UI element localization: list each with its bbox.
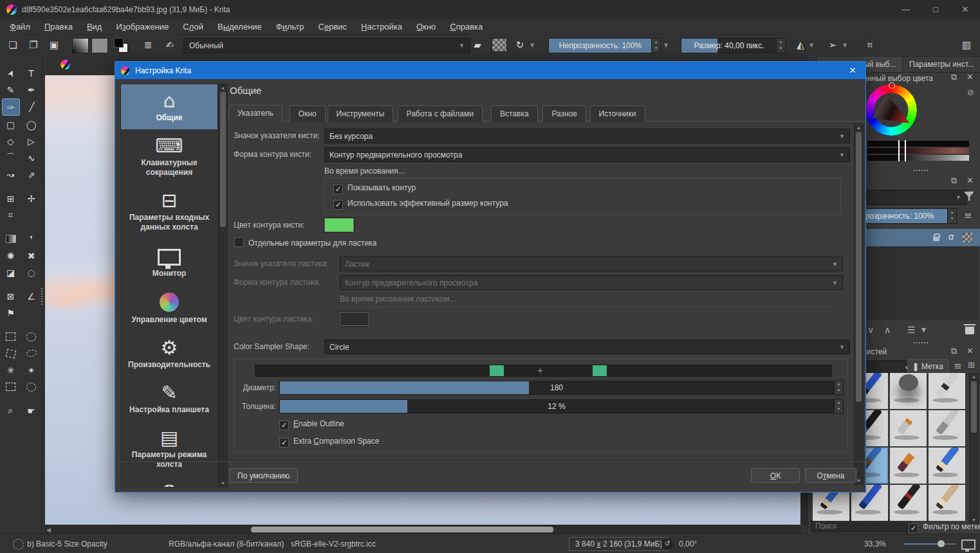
- document-tab-icon[interactable]: [60, 60, 70, 69]
- polygon-tool[interactable]: ◇: [3, 133, 19, 149]
- sidebar-item-настройка[interactable]: ✎Настройка планшета: [121, 376, 217, 421]
- menu-item-0[interactable]: Файл: [3, 20, 37, 34]
- choose-workspace-icon[interactable]: ▥: [959, 37, 974, 53]
- tab-источники[interactable]: Источники: [590, 105, 645, 122]
- float-docker-icon[interactable]: ⧉: [951, 72, 957, 82]
- tab-вставка[interactable]: Вставка: [491, 105, 538, 122]
- blending-mode-combo[interactable]: Обычный ▼: [183, 38, 470, 53]
- polyline-tool[interactable]: ▷: [23, 133, 40, 149]
- pattern-swatch[interactable]: [91, 38, 108, 53]
- multibrush-tool[interactable]: ⇗: [23, 167, 40, 183]
- image-dimensions[interactable]: 3 840 x 2 160 (31,9 МиБ): [569, 537, 669, 551]
- brush-preset-item[interactable]: [929, 410, 965, 446]
- menu-item-3[interactable]: Изображение: [109, 20, 176, 34]
- delete-layer-icon[interactable]: [965, 327, 974, 334]
- new-document-icon[interactable]: ❏: [5, 37, 21, 53]
- float-docker-icon[interactable]: ⧉: [951, 346, 957, 356]
- zoom-tool[interactable]: ⌕: [3, 403, 19, 419]
- display-mode-icon[interactable]: ⊞: [968, 360, 975, 370]
- calligraphy-tool[interactable]: ✒: [23, 82, 40, 98]
- menu-item-7[interactable]: Сервис: [311, 20, 355, 34]
- measure-tool[interactable]: ∠: [23, 288, 40, 304]
- brush-preset-item[interactable]: [890, 448, 927, 484]
- tab-инструменты[interactable]: Инструменты: [328, 105, 394, 122]
- cursor-color-swatch[interactable]: [324, 218, 354, 232]
- docker-tab-tool-options[interactable]: Параметры инст...: [902, 56, 980, 73]
- docker-drag-handle[interactable]: [914, 170, 928, 171]
- color-bar-red[interactable]: [867, 148, 969, 154]
- chevron-down-icon[interactable]: ▼: [921, 327, 926, 333]
- brush-preset-item[interactable]: [929, 485, 965, 521]
- mirror-horizontal-icon[interactable]: ◭: [793, 37, 808, 53]
- magic-wand-tool[interactable]: ✳: [3, 362, 19, 378]
- menu-item-8[interactable]: Настройка: [354, 20, 409, 34]
- rect-select-tool[interactable]: [3, 329, 19, 345]
- reference-images-tool[interactable]: ⚑: [3, 305, 19, 321]
- move-layer-up-icon[interactable]: ∧: [884, 325, 891, 335]
- canvas-horizontal-scrollbar[interactable]: ◀: [45, 525, 800, 534]
- cursor-icon-combo[interactable]: Без курсора▼: [324, 129, 850, 143]
- tab-указатель[interactable]: Указатель: [228, 105, 282, 122]
- cancel-button[interactable]: Отмена: [805, 468, 856, 483]
- opacity-spinner[interactable]: ▲▼: [651, 38, 661, 53]
- open-document-icon[interactable]: ❐: [26, 37, 41, 53]
- freehand-select-tool[interactable]: [23, 345, 40, 361]
- colorize-mask-tool[interactable]: ✺: [3, 248, 19, 264]
- dialog-close-icon[interactable]: ✕: [840, 66, 865, 75]
- docker-drag-handle[interactable]: [914, 342, 928, 343]
- outline-shape-combo[interactable]: Контур предварительного просмотра▼: [324, 147, 850, 162]
- sidebar-item-клавиатурные[interactable]: ⌨Клавиатурные сокращения: [121, 129, 217, 184]
- sidebar-item-монитор[interactable]: Монитор: [121, 239, 217, 285]
- bezier-select-tool[interactable]: [3, 379, 19, 395]
- crop-icon[interactable]: ⌗: [862, 37, 878, 53]
- similar-select-tool[interactable]: ✴: [23, 362, 40, 378]
- smart-patch-tool[interactable]: ✖: [23, 248, 40, 264]
- sidebar-item-общие[interactable]: ⌂Общие: [121, 84, 217, 129]
- ellipse-select-tool[interactable]: [23, 329, 40, 345]
- dynamic-brush-tool[interactable]: ↝: [3, 167, 19, 183]
- sampler-marker[interactable]: [490, 365, 504, 376]
- close-button[interactable]: ✕: [950, 0, 980, 19]
- enclose-fill-tool[interactable]: ◌: [23, 264, 40, 280]
- zoom-slider[interactable]: [904, 543, 956, 545]
- sidebar-item-управление[interactable]: Управление цветом: [121, 285, 217, 331]
- eraser-mode-icon[interactable]: ▰: [470, 37, 485, 53]
- fit-screen-icon[interactable]: [961, 539, 975, 550]
- sidebar-item-всплывающая[interactable]: ❂Всплывающая палитра: [121, 476, 217, 487]
- brush-preset-item[interactable]: [929, 448, 965, 484]
- alpha-icon[interactable]: α: [948, 231, 954, 242]
- sampler-shape-combo[interactable]: Circle▼: [324, 340, 850, 354]
- scrollbar-thumb[interactable]: [251, 527, 553, 532]
- line-tool[interactable]: ╱: [24, 98, 41, 114]
- chevron-down-icon[interactable]: ▼: [530, 42, 534, 48]
- close-docker-icon[interactable]: ✕: [966, 176, 974, 185]
- effective-size-checkbox[interactable]: ✓Использовать эффективный размер контура: [333, 199, 508, 210]
- maximize-button[interactable]: □: [921, 0, 950, 19]
- assistants-tool[interactable]: ⊠: [3, 288, 19, 304]
- color-bar-gray[interactable]: [867, 155, 969, 161]
- layer-menu-icon[interactable]: ≡: [964, 210, 972, 221]
- scroll-left-icon[interactable]: ◀: [46, 526, 51, 534]
- lock-icon[interactable]: [933, 237, 939, 241]
- menu-item-5[interactable]: Выделение: [210, 20, 269, 34]
- fill-tool[interactable]: ◪: [3, 264, 19, 280]
- menu-item-1[interactable]: Правка: [37, 20, 80, 34]
- tab-окно[interactable]: Окно: [290, 105, 326, 122]
- sidebar-scrollbar[interactable]: ▲▼: [218, 84, 228, 487]
- bar-marker[interactable]: [898, 140, 906, 147]
- bar-marker[interactable]: [898, 154, 906, 161]
- extra-comparison-checkbox[interactable]: ✓Extra Comparison Space: [279, 437, 379, 448]
- ellipse-tool[interactable]: ◯: [23, 116, 40, 132]
- freehand-path-tool[interactable]: ∿: [23, 150, 40, 166]
- bar-marker[interactable]: [898, 147, 906, 154]
- sampler-marker[interactable]: [593, 365, 607, 376]
- brush-preset-item[interactable]: [890, 410, 927, 446]
- defaults-button[interactable]: По умолчанию: [229, 468, 298, 483]
- diameter-spinner[interactable]: ▲▼: [834, 380, 844, 395]
- menu-item-6[interactable]: Фильтр: [269, 20, 311, 34]
- show-outline-checkbox[interactable]: ✓Показывать контур: [333, 183, 416, 194]
- brush-preset-item[interactable]: [890, 373, 927, 409]
- dialog-titlebar[interactable]: Настройка Krita ✕: [115, 62, 865, 79]
- no-color-icon[interactable]: ⊘: [967, 87, 974, 97]
- tab-разное[interactable]: Разное: [542, 105, 586, 122]
